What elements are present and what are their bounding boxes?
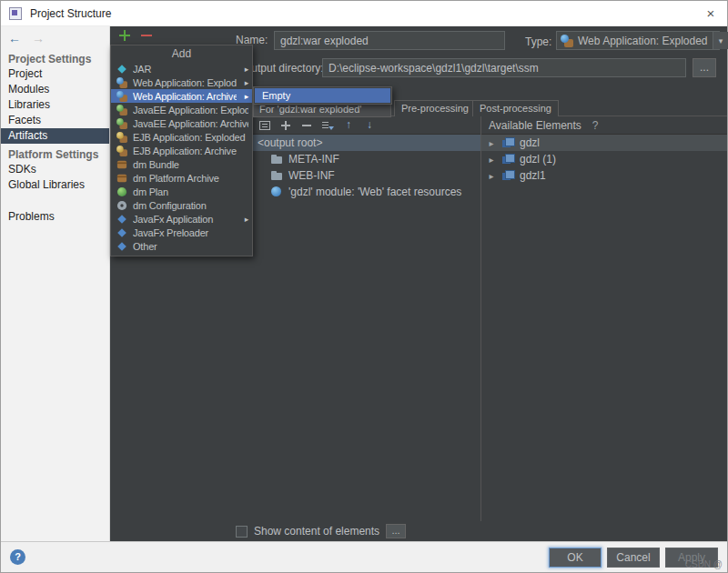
package-icon[interactable] bbox=[258, 118, 272, 133]
project-structure-dialog: Project Structure × ← → Project Settings… bbox=[0, 0, 728, 573]
web-application-icon bbox=[561, 35, 573, 47]
output-directory-input[interactable] bbox=[322, 58, 686, 77]
submenu-arrow-icon: ▸ bbox=[241, 78, 248, 87]
sidebar-item-libraries[interactable]: Libraries bbox=[1, 97, 109, 113]
available-row-gdzl[interactable]: ▸ gdzl bbox=[481, 135, 727, 151]
dialog-footer: ? OK Cancel Apply CSDN @ bbox=[1, 541, 727, 572]
add-menu: Add JAR ▸ Web Application: Exploded ▸ We… bbox=[110, 45, 253, 256]
available-elements-title: Available Elements bbox=[489, 119, 581, 132]
forward-icon[interactable]: → bbox=[32, 31, 45, 45]
module-icon bbox=[501, 136, 514, 149]
tab-pre-processing[interactable]: Pre-processing bbox=[394, 100, 476, 116]
menu-item-javafx-application[interactable]: JavaFx Application ▸ bbox=[111, 212, 252, 226]
menu-item-other[interactable]: Other bbox=[111, 239, 252, 253]
apply-button[interactable]: Apply bbox=[665, 548, 718, 568]
menu-item-dm-bundle[interactable]: dm Bundle bbox=[111, 157, 252, 171]
dm-configuration-icon bbox=[116, 200, 127, 211]
type-label: Type: bbox=[525, 35, 551, 48]
submenu-arrow-icon: ▸ bbox=[241, 65, 248, 74]
chevron-right-icon[interactable]: ▸ bbox=[487, 138, 496, 148]
output-browse-button[interactable]: ... bbox=[693, 58, 716, 77]
sidebar-item-artifacts[interactable]: Artifacts bbox=[1, 128, 109, 144]
archive-submenu: Empty bbox=[253, 86, 392, 105]
output-directory-label: Output directory: bbox=[243, 62, 324, 75]
move-down-icon[interactable]: ↓ bbox=[362, 118, 377, 133]
tree-row-label: META-INF bbox=[288, 153, 339, 166]
move-up-icon[interactable]: ↑ bbox=[341, 118, 356, 133]
sidebar-item-modules[interactable]: Modules bbox=[1, 82, 109, 97]
available-row-label: gdzl1 bbox=[520, 169, 546, 182]
tree-row-label: WEB-INF bbox=[288, 169, 335, 182]
cancel-button[interactable]: Cancel bbox=[607, 548, 660, 568]
project-settings-header: Project Settings bbox=[1, 48, 109, 66]
dm-platform-archive-icon bbox=[116, 173, 127, 184]
ejb-application-icon bbox=[116, 132, 127, 143]
menu-item-dm-configuration[interactable]: dm Configuration bbox=[111, 198, 252, 212]
titlebar: Project Structure × bbox=[1, 1, 727, 26]
footer-browse-button[interactable]: ... bbox=[386, 524, 406, 538]
tree-row-label: 'gdzl' module: 'Web' facet resources bbox=[288, 186, 461, 198]
type-select[interactable]: Web Application: Exploded ▾ bbox=[556, 31, 720, 50]
add-artifact-icon[interactable] bbox=[117, 28, 132, 43]
available-row-label: gdzl bbox=[520, 136, 540, 149]
menu-item-web-exploded[interactable]: Web Application: Exploded ▸ bbox=[111, 75, 252, 89]
web-application-icon bbox=[116, 77, 127, 88]
dialog-icon bbox=[8, 6, 23, 21]
menu-item-javafx-preloader[interactable]: JavaFx Preloader bbox=[111, 226, 252, 239]
other-icon bbox=[116, 241, 127, 252]
web-facet-icon bbox=[270, 186, 283, 198]
folder-icon bbox=[270, 169, 283, 182]
chevron-down-icon: ▾ bbox=[713, 32, 728, 49]
sidebar-item-problems[interactable]: Problems bbox=[1, 209, 109, 225]
menu-item-ejb-archive[interactable]: EJB Application: Archive bbox=[111, 144, 252, 157]
tab-post-processing[interactable]: Post-processing bbox=[472, 100, 559, 116]
folder-icon bbox=[270, 153, 283, 166]
submenu-item-empty[interactable]: Empty bbox=[255, 88, 390, 103]
submenu-arrow-icon: ▸ bbox=[241, 215, 248, 224]
jar-icon bbox=[116, 64, 127, 75]
menu-item-dm-plan[interactable]: dm Plan bbox=[111, 185, 252, 198]
module-icon bbox=[501, 153, 514, 166]
sidebar-item-global-libraries[interactable]: Global Libraries bbox=[1, 177, 109, 193]
show-content-label: Show content of elements bbox=[254, 525, 379, 538]
chevron-right-icon[interactable]: ▸ bbox=[487, 155, 496, 165]
show-content-checkbox[interactable] bbox=[236, 526, 248, 538]
platform-settings-header: Platform Settings bbox=[1, 144, 109, 162]
available-elements-panel: Available Elements ? ▸ gdzl ▸ gdzl (1) ▸… bbox=[480, 116, 727, 521]
javafx-icon bbox=[116, 227, 127, 238]
close-icon[interactable]: × bbox=[702, 5, 720, 21]
help-icon[interactable]: ? bbox=[592, 119, 599, 132]
settings-nav: ← → Project Settings Project Modules Lib… bbox=[1, 26, 110, 541]
dm-plan-icon bbox=[116, 186, 127, 197]
sidebar-item-project[interactable]: Project bbox=[1, 66, 109, 82]
back-icon[interactable]: ← bbox=[8, 31, 21, 45]
menu-item-javaee-archive[interactable]: JavaEE Application: Archive bbox=[111, 116, 252, 130]
submenu-arrow-icon: ▸ bbox=[241, 92, 248, 101]
menu-item-dm-platform-archive[interactable]: dm Platform Archive bbox=[111, 171, 252, 185]
nav-history: ← → bbox=[1, 26, 109, 48]
type-select-value: Web Application: Exploded bbox=[578, 35, 708, 47]
available-row-gdzl-1[interactable]: ▸ gdzl (1) bbox=[481, 151, 727, 167]
help-button[interactable]: ? bbox=[10, 549, 25, 565]
javaee-application-icon bbox=[116, 118, 127, 129]
menu-item-ejb-exploded[interactable]: EJB Application: Exploded bbox=[111, 130, 252, 144]
menu-item-web-archive[interactable]: Web Application: Archive ▸ bbox=[111, 89, 252, 103]
available-row-gdzl1[interactable]: ▸ gdzl1 bbox=[481, 167, 727, 184]
sort-icon[interactable] bbox=[320, 118, 335, 133]
dm-bundle-icon bbox=[116, 159, 127, 170]
remove-icon[interactable] bbox=[299, 118, 314, 133]
available-row-label: gdzl (1) bbox=[520, 153, 556, 166]
ok-button[interactable]: OK bbox=[549, 548, 602, 568]
remove-artifact-icon[interactable] bbox=[139, 28, 154, 43]
module-icon bbox=[501, 169, 514, 182]
sidebar-item-facets[interactable]: Facets bbox=[1, 113, 109, 128]
menu-item-jar[interactable]: JAR ▸ bbox=[111, 62, 252, 75]
menu-item-javaee-exploded[interactable]: JavaEE Application: Exploded bbox=[111, 103, 252, 116]
sidebar-item-sdks[interactable]: SDKs bbox=[1, 162, 109, 177]
name-input[interactable] bbox=[274, 31, 505, 50]
javafx-icon bbox=[116, 214, 127, 225]
add-menu-title: Add bbox=[111, 45, 252, 62]
add-icon[interactable] bbox=[278, 118, 293, 133]
chevron-right-icon[interactable]: ▸ bbox=[487, 171, 496, 181]
window-title: Project Structure bbox=[30, 7, 111, 20]
